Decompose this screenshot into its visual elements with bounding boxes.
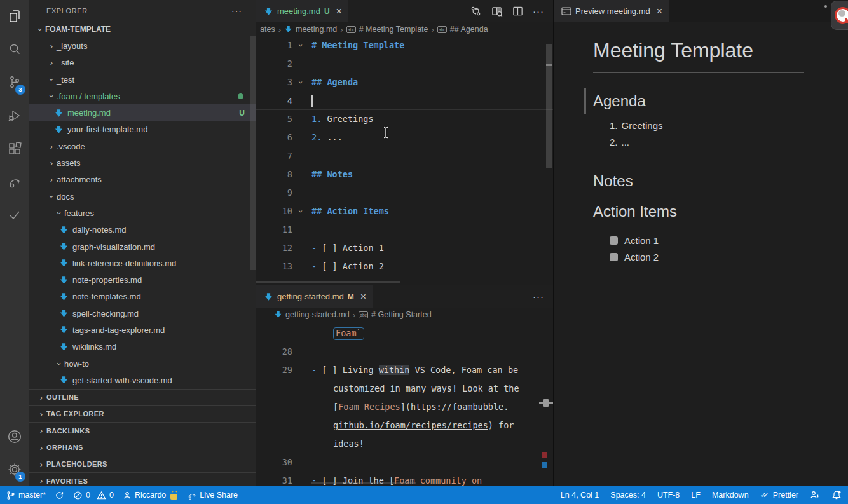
- section-placeholders[interactable]: › PLACEHOLDERS: [29, 456, 256, 472]
- tree-folder-vscode[interactable]: › .vscode: [29, 138, 256, 154]
- tree-file-meeting-md[interactable]: meeting.md U: [29, 104, 256, 121]
- tree-file-note-templates[interactable]: note-templates.md: [29, 289, 256, 305]
- chevron-right-icon: ›: [46, 58, 57, 67]
- cursor-position-item[interactable]: Ln 4, Col 1: [561, 491, 599, 500]
- fold-chevron-icon[interactable]: ›: [298, 202, 307, 221]
- checkbox-icon[interactable]: [610, 236, 618, 245]
- language-mode-item[interactable]: Markdown: [712, 491, 749, 500]
- notifications-button[interactable]: [831, 490, 842, 500]
- encoding-item[interactable]: UTF-8: [657, 491, 680, 500]
- explorer-icon[interactable]: [0, 0, 29, 33]
- settings-gear-icon[interactable]: 1: [0, 453, 29, 486]
- search-icon[interactable]: [0, 33, 29, 66]
- tree-folder-site[interactable]: › _site: [29, 55, 256, 71]
- chevron-right-icon: ›: [36, 476, 46, 486]
- tree-file-link-reference-definitions[interactable]: link-reference-definitions.md: [29, 255, 256, 271]
- list-item: 1.Greetings: [610, 118, 804, 134]
- tree-file-wikilinks[interactable]: wikilinks.md: [29, 339, 256, 355]
- code-line: 3›## Agenda: [256, 73, 553, 92]
- section-outline[interactable]: › OUTLINE: [29, 389, 256, 405]
- sidebar-more-actions[interactable]: ···: [231, 6, 242, 16]
- breadcrumb-file[interactable]: getting-started.md: [285, 310, 350, 319]
- eol-item[interactable]: LF: [691, 491, 701, 500]
- section-orphans[interactable]: › ORPHANS: [29, 439, 256, 455]
- horizontal-scrollbar[interactable]: [311, 482, 416, 484]
- bell-icon: [831, 490, 842, 500]
- code-line: 30: [256, 453, 553, 472]
- feedback-button[interactable]: [810, 490, 820, 500]
- source-control-icon[interactable]: 3: [0, 66, 29, 99]
- more-actions-icon[interactable]: ···: [533, 291, 544, 302]
- editor-meeting-md[interactable]: 1›# Meeting Template 2 3›## Agenda 4 51.…: [256, 36, 553, 276]
- tree-folder-how-to[interactable]: › how-to: [29, 355, 256, 372]
- close-icon[interactable]: ×: [657, 6, 662, 17]
- breadcrumb-symbol-h2[interactable]: ## Agenda: [450, 25, 488, 34]
- live-share-button[interactable]: Live Share: [186, 490, 238, 500]
- section-backlinks[interactable]: › BACKLINKS: [29, 422, 256, 439]
- hyperlink[interactable]: github.io/foam/recipes/recipes: [333, 420, 488, 430]
- git-branch-item[interactable]: master*: [6, 491, 46, 500]
- git-modified-dot: [238, 93, 243, 99]
- hyperlink[interactable]: https://foambubble.: [411, 402, 509, 412]
- breadcrumb-file[interactable]: meeting.md: [296, 25, 337, 34]
- tree-file-daily-notes[interactable]: daily-notes.md: [29, 222, 256, 238]
- more-actions-icon[interactable]: ···: [533, 6, 544, 17]
- editor-getting-started-md[interactable]: Foam` 28 29- [ ] Living within VS Code, …: [256, 322, 553, 486]
- user-account-item[interactable]: Riccardo: [123, 491, 177, 500]
- tree-folder-attachments[interactable]: › attachments: [29, 172, 256, 188]
- account-icon[interactable]: [0, 420, 29, 453]
- breadcrumb-symbol-h1[interactable]: # Meeting Template: [359, 25, 428, 34]
- lock-icon: [170, 494, 177, 500]
- feedback-icon: [810, 490, 820, 500]
- close-icon[interactable]: ×: [336, 6, 342, 17]
- breadcrumb-folder[interactable]: ates: [260, 25, 275, 34]
- live-share-icon[interactable]: [0, 165, 29, 198]
- git-untracked-badge: U: [239, 109, 245, 118]
- section-tag-explorer[interactable]: › TAG EXPLORER: [29, 405, 256, 422]
- open-preview-side-icon[interactable]: [491, 5, 503, 17]
- breadcrumb-symbol-h1[interactable]: # Getting Started: [371, 310, 432, 319]
- code-line-wrapped: customized in many ways! Look at the: [256, 379, 553, 398]
- run-debug-icon[interactable]: [0, 99, 29, 132]
- indentation-item[interactable]: Spaces: 4: [610, 491, 646, 500]
- tree-folder-docs[interactable]: › docs: [29, 188, 256, 205]
- horizontal-scrollbar[interactable]: [256, 281, 400, 283]
- fold-chevron-icon[interactable]: ›: [298, 73, 307, 92]
- problems-item[interactable]: 0 0: [73, 491, 114, 500]
- fold-chevron-icon[interactable]: ›: [298, 36, 307, 55]
- tree-folder-features[interactable]: › features: [29, 205, 256, 221]
- tree-file-note-properties[interactable]: note-properties.md: [29, 271, 256, 288]
- tree-file-get-started-with-vscode[interactable]: get-started-with-vscode.md: [29, 372, 256, 388]
- formatter-item[interactable]: ✓✓ Prettier: [760, 491, 798, 500]
- live-share-icon: [186, 490, 196, 500]
- tree-folder-foam-templates[interactable]: › .foam / templates: [29, 88, 256, 104]
- split-editor-icon[interactable]: [512, 5, 524, 17]
- open-changes-icon[interactable]: [470, 5, 482, 17]
- checkbox-icon[interactable]: [610, 253, 618, 261]
- tree-root-foam-template[interactable]: › FOAM-TEMPLATE: [29, 21, 256, 37]
- tree-file-graph-visualization[interactable]: graph-visualization.md: [29, 238, 256, 255]
- tree-file-tags-and-tag-explorer[interactable]: tags-and-tag-explorer.md: [29, 322, 256, 338]
- code-line-wrapped: Foam`: [256, 324, 553, 343]
- foam-file-icon: [59, 226, 69, 235]
- preview-h2-agenda: Agenda: [593, 92, 804, 110]
- vertical-scrollbar[interactable]: [546, 44, 552, 168]
- close-icon[interactable]: ×: [360, 291, 366, 303]
- extensions-icon[interactable]: [0, 132, 29, 165]
- tree-folder-layouts[interactable]: › _layouts: [29, 37, 256, 54]
- foam-file-icon: [59, 259, 69, 268]
- overview-marker-blue: [542, 462, 547, 468]
- tab-meeting-md[interactable]: meeting.md U ×: [256, 0, 348, 22]
- tree-folder-test[interactable]: › _test: [29, 71, 256, 88]
- test-check-icon[interactable]: [0, 198, 29, 231]
- tab-preview-meeting-md[interactable]: Preview meeting.md ×: [554, 0, 669, 22]
- sync-button[interactable]: [55, 491, 64, 500]
- chevron-down-icon: ›: [55, 358, 64, 369]
- tree-file-spell-checking[interactable]: spell-checking.md: [29, 305, 256, 322]
- tab-getting-started-md[interactable]: getting-started.md M ×: [256, 285, 373, 308]
- sidebar-scrollbar[interactable]: [250, 36, 256, 270]
- section-favorites[interactable]: › FAVORITES: [29, 472, 256, 486]
- tree-file-your-first-template[interactable]: your-first-template.md: [29, 121, 256, 138]
- overview-ruler-handle[interactable]: [543, 399, 549, 407]
- tree-folder-assets[interactable]: › assets: [29, 154, 256, 171]
